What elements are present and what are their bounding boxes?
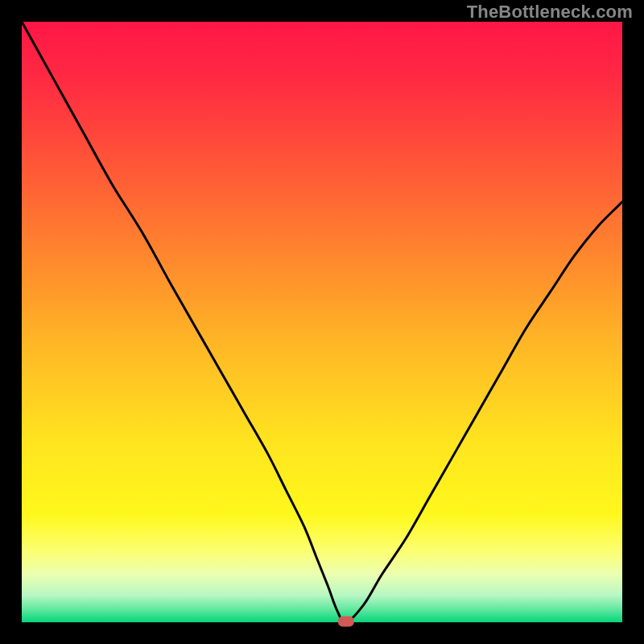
watermark-text: TheBottleneck.com: [467, 2, 633, 23]
chart-gradient-background: [22, 22, 622, 622]
bottleneck-chart: [0, 0, 644, 644]
optimal-marker: [338, 617, 354, 627]
chart-frame: TheBottleneck.com: [0, 0, 644, 644]
